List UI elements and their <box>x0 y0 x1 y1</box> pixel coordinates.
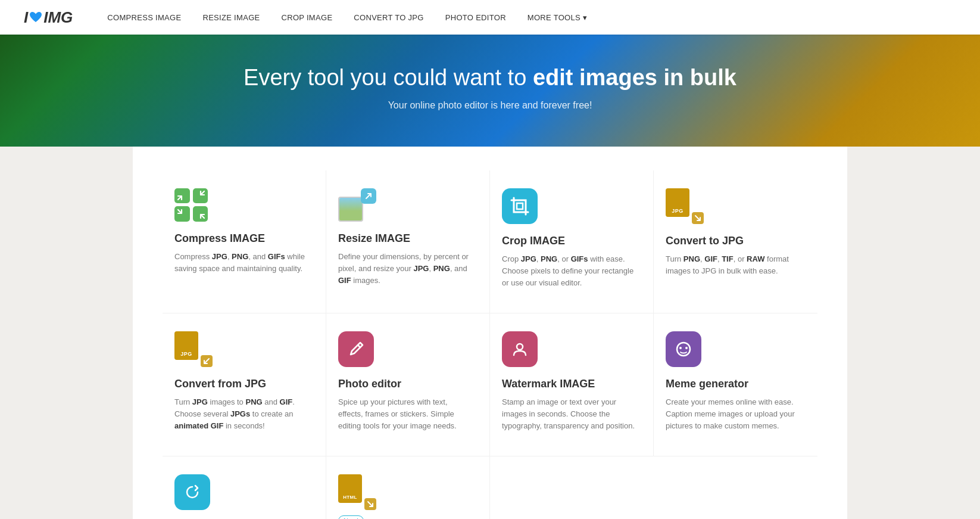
crop-icon <box>502 188 635 224</box>
main-content: Compress IMAGE Compress JPG, PNG, and GI… <box>133 147 847 519</box>
watermark-title: Watermark IMAGE <box>502 378 635 390</box>
tool-meme[interactable]: Meme generator Create your memes online … <box>654 313 817 456</box>
header: I IMG COMPRESS IMAGE RESIZE IMAGE CROP I… <box>0 0 980 35</box>
tool-crop[interactable]: Crop IMAGE Crop JPG, PNG, or GIFs with e… <box>490 170 654 313</box>
compress-title: Compress IMAGE <box>174 232 308 245</box>
convert-to-jpg-icon: JPG <box>666 188 704 224</box>
photo-editor-icon <box>338 331 472 367</box>
tool-resize[interactable]: Resize IMAGE Define your dimensions, by … <box>326 170 490 313</box>
tool-convert-to-jpg[interactable]: JPG Convert to JPG Turn PNG, GIF, TIF, o… <box>654 170 817 313</box>
meme-desc: Create your memes online with ease. Capt… <box>666 396 800 432</box>
watermark-icon <box>502 331 635 367</box>
svg-point-3 <box>685 347 688 349</box>
nav-resize[interactable]: RESIZE IMAGE <box>192 0 270 35</box>
nav-photo-editor[interactable]: PHOTO EDITOR <box>435 0 517 35</box>
rotate-icon <box>174 474 308 510</box>
hero-section: Every tool you could want to edit images… <box>0 35 980 147</box>
compress-desc: Compress JPG, PNG, and GIFs while saving… <box>174 251 308 275</box>
tool-compress[interactable]: Compress IMAGE Compress JPG, PNG, and GI… <box>163 170 326 313</box>
svg-point-0 <box>517 344 523 350</box>
convert-to-jpg-title: Convert to JPG <box>666 235 800 247</box>
tools-grid: Compress IMAGE Compress JPG, PNG, and GI… <box>163 170 817 519</box>
meme-icon <box>666 331 800 367</box>
nav-crop[interactable]: CROP IMAGE <box>271 0 344 35</box>
logo[interactable]: I IMG <box>24 8 73 27</box>
logo-heart-icon <box>29 11 42 23</box>
nav-more-tools[interactable]: MORE TOOLS ▾ <box>517 0 598 35</box>
tool-html-to-image[interactable]: HTML New! HTML to IMAGE Convert webpages… <box>326 456 490 519</box>
tool-watermark[interactable]: Watermark IMAGE Stamp an image or text o… <box>490 313 654 456</box>
tool-photo-editor[interactable]: Photo editor Spice up your pictures with… <box>326 313 490 456</box>
resize-desc: Define your dimensions, by percent or pi… <box>338 251 472 287</box>
convert-to-jpg-desc: Turn PNG, GIF, TIF, or RAW format images… <box>666 253 800 277</box>
hero-subline: Your online photo editor is here and for… <box>24 100 956 111</box>
convert-from-jpg-title: Convert from JPG <box>174 378 308 390</box>
crop-desc: Crop JPG, PNG, or GIFs with ease. Choose… <box>502 253 635 289</box>
tool-rotate[interactable]: Rotate IMAGE Rotate many images JPG, PNG… <box>163 456 326 519</box>
svg-point-2 <box>679 347 682 349</box>
svg-point-1 <box>677 343 690 356</box>
photo-editor-desc: Spice up your pictures with text, effect… <box>338 396 472 432</box>
watermark-desc: Stamp an image or text over your images … <box>502 396 635 432</box>
chevron-down-icon: ▾ <box>583 13 587 22</box>
crop-title: Crop IMAGE <box>502 235 635 247</box>
convert-from-jpg-icon: JPG <box>174 331 213 367</box>
convert-from-jpg-desc: Turn JPG images to PNG and GIF. Choose s… <box>174 396 308 432</box>
nav-compress[interactable]: COMPRESS IMAGE <box>96 0 192 35</box>
new-badge: New! <box>338 515 364 519</box>
main-nav: COMPRESS IMAGE RESIZE IMAGE CROP IMAGE C… <box>96 0 598 35</box>
nav-convert-jpg[interactable]: CONVERT TO JPG <box>343 0 434 35</box>
compress-icon <box>174 188 208 222</box>
logo-i: I <box>24 8 28 27</box>
meme-title: Meme generator <box>666 378 800 390</box>
logo-img: IMG <box>43 8 73 27</box>
photo-editor-title: Photo editor <box>338 378 472 390</box>
resize-icon <box>338 188 376 222</box>
hero-headline: Every tool you could want to edit images… <box>24 64 956 92</box>
tool-convert-from-jpg[interactable]: JPG Convert from JPG Turn JPG images to … <box>163 313 326 456</box>
resize-title: Resize IMAGE <box>338 232 472 245</box>
html-to-image-icon: HTML <box>338 474 376 510</box>
